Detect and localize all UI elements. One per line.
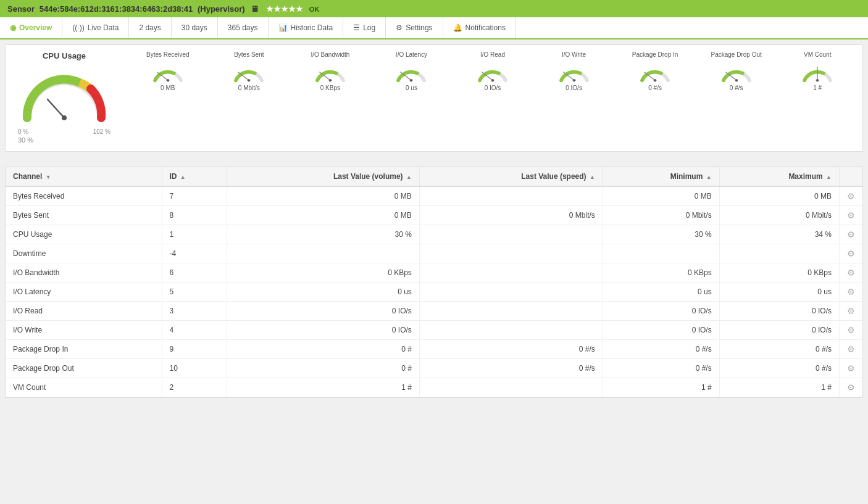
th-id[interactable]: ID ▲ <box>162 167 227 186</box>
th-last-speed[interactable]: Last Value (speed) ▲ <box>419 167 603 186</box>
th-channel[interactable]: Channel ▼ <box>6 167 162 186</box>
row-gear-button[interactable]: ⚙ <box>840 244 863 263</box>
th-last-vol-label: Last Value (volume) <box>333 172 403 181</box>
table-cell: 0 #/s <box>603 359 719 378</box>
row-gear-button[interactable]: ⚙ <box>840 378 863 397</box>
table-cell <box>227 244 419 263</box>
table-cell: Package Drop Out <box>6 359 162 378</box>
notifications-icon: 🔔 <box>453 23 462 32</box>
gauge-io-bandwidth-label: I/O Bandwidth <box>311 51 349 58</box>
gear-icon[interactable]: ⚙ <box>847 363 855 373</box>
nav-2days[interactable]: 2 days <box>129 17 171 38</box>
svg-point-1 <box>62 115 67 120</box>
gauge-bytes-received-value: 0 MB <box>161 85 175 91</box>
table-cell: 0 # <box>227 340 419 359</box>
th-id-label: ID <box>170 172 177 181</box>
table-cell: 9 <box>162 340 227 359</box>
gear-icon[interactable]: ⚙ <box>847 229 855 239</box>
nav-log[interactable]: ☰ Log <box>343 17 386 38</box>
gauge-bytes-received-label: Bytes Received <box>146 51 189 58</box>
gear-icon[interactable]: ⚙ <box>847 306 855 316</box>
table-row: CPU Usage130 %30 %34 %⚙ <box>6 225 862 244</box>
overview-panel: CPU Usage 0 % 102 % 30 % <box>5 44 863 152</box>
table-cell: 0 KBps <box>719 263 839 283</box>
nav-livedata-label: Live Data <box>88 23 119 32</box>
table-row: I/O Read30 IO/s0 IO/s0 IO/s⚙ <box>6 302 862 321</box>
nav-2days-label: 2 days <box>139 23 161 32</box>
nav-historicdata-label: Historic Data <box>291 23 333 32</box>
maximum-sort-icon: ▲ <box>826 174 832 180</box>
nav-notifications[interactable]: 🔔 Notifications <box>443 17 516 38</box>
nav-livedata[interactable]: ((·)) Live Data <box>62 17 129 38</box>
gear-icon[interactable]: ⚙ <box>847 191 855 201</box>
gauge-vm-count-svg <box>799 59 836 84</box>
nav-365days[interactable]: 365 days <box>218 17 269 38</box>
row-gear-button[interactable]: ⚙ <box>840 302 863 321</box>
table-cell: 0 KBps <box>603 263 719 283</box>
overview-icon: ◉ <box>10 23 16 32</box>
gauge-bytes-sent-svg <box>230 59 267 84</box>
gear-icon[interactable]: ⚙ <box>847 344 855 354</box>
th-minimum-label: Minimum <box>670 172 703 181</box>
table-cell: 10 <box>162 359 227 378</box>
sensor-type-icon: 🖥 <box>251 4 259 14</box>
gear-icon[interactable]: ⚙ <box>847 382 855 392</box>
row-gear-button[interactable]: ⚙ <box>840 206 863 225</box>
table-cell: VM Count <box>6 378 162 397</box>
table-cell: 0 Mbit/s <box>603 206 719 225</box>
gauge-bytes-sent-label: Bytes Sent <box>234 51 264 58</box>
nav-overview[interactable]: ◉ Overview <box>0 17 62 39</box>
table-section: Channel ▼ ID ▲ Last Value (volume) ▲ Las… <box>5 167 863 398</box>
row-gear-button[interactable]: ⚙ <box>840 186 863 206</box>
minimum-sort-icon: ▲ <box>706 174 712 180</box>
nav-overview-label: Overview <box>19 23 52 32</box>
th-last-speed-label: Last Value (speed) <box>521 172 586 181</box>
table-cell: 0 #/s <box>603 340 719 359</box>
gauge-io-read: I/O Read 0 IO/s <box>454 51 532 91</box>
row-gear-button[interactable]: ⚙ <box>840 321 863 340</box>
nav-30days[interactable]: 30 days <box>172 17 218 38</box>
table-cell: 0 #/s <box>719 340 839 359</box>
table-row: Package Drop Out100 #0 #/s0 #/s0 #/s⚙ <box>6 359 862 378</box>
nav-settings[interactable]: ⚙ Settings <box>386 17 443 38</box>
table-row: Bytes Sent80 MB0 Mbit/s0 Mbit/s0 Mbit/s⚙ <box>6 206 862 225</box>
gauge-io-read-label: I/O Read <box>480 51 505 58</box>
gauge-io-latency: I/O Latency 0 us <box>373 51 451 91</box>
last-speed-sort-icon: ▲ <box>590 174 595 180</box>
sensor-id: 544e:584e:612d:3161:3834:6463:2d38:41 <box>40 4 193 14</box>
table-cell: 3 <box>162 302 227 321</box>
row-gear-button[interactable]: ⚙ <box>840 359 863 378</box>
th-minimum[interactable]: Minimum ▲ <box>603 167 719 186</box>
table-cell: CPU Usage <box>6 225 162 244</box>
table-cell: 0 MB <box>603 186 719 206</box>
gauge-vm-count: VM Count 1 # <box>778 51 856 91</box>
gear-icon[interactable]: ⚙ <box>847 325 855 335</box>
channel-sort-icon: ▼ <box>46 174 51 180</box>
table-cell: 0 MB <box>227 186 419 206</box>
table-cell: I/O Read <box>6 302 162 321</box>
svg-point-19 <box>573 80 575 81</box>
table-cell: 30 % <box>603 225 719 244</box>
gear-icon[interactable]: ⚙ <box>847 268 855 278</box>
gear-icon[interactable]: ⚙ <box>847 287 855 297</box>
table-cell: 0 # <box>227 359 419 378</box>
gear-icon[interactable]: ⚙ <box>847 210 855 220</box>
gauge-package-drop-in-value: 0 #/s <box>648 85 662 91</box>
cpu-current-value: 30 % <box>18 135 111 145</box>
table-cell: I/O Write <box>6 321 162 340</box>
gear-icon[interactable]: ⚙ <box>847 249 855 258</box>
th-maximum[interactable]: Maximum ▲ <box>719 167 839 186</box>
table-cell: 4 <box>162 321 227 340</box>
row-gear-button[interactable]: ⚙ <box>840 340 863 359</box>
nav-historicdata[interactable]: 📊 Historic Data <box>269 17 344 38</box>
row-gear-button[interactable]: ⚙ <box>840 225 863 244</box>
table-body: Bytes Received70 MB0 MB0 MB⚙Bytes Sent80… <box>6 186 862 397</box>
sensor-word: Sensor <box>7 4 35 14</box>
th-last-vol[interactable]: Last Value (volume) ▲ <box>227 167 419 186</box>
table-cell <box>419 263 603 283</box>
svg-point-25 <box>735 80 737 81</box>
gauge-io-read-svg <box>474 59 511 84</box>
row-gear-button[interactable]: ⚙ <box>840 263 863 283</box>
gauge-bytes-received-svg <box>149 59 186 84</box>
row-gear-button[interactable]: ⚙ <box>840 283 863 302</box>
